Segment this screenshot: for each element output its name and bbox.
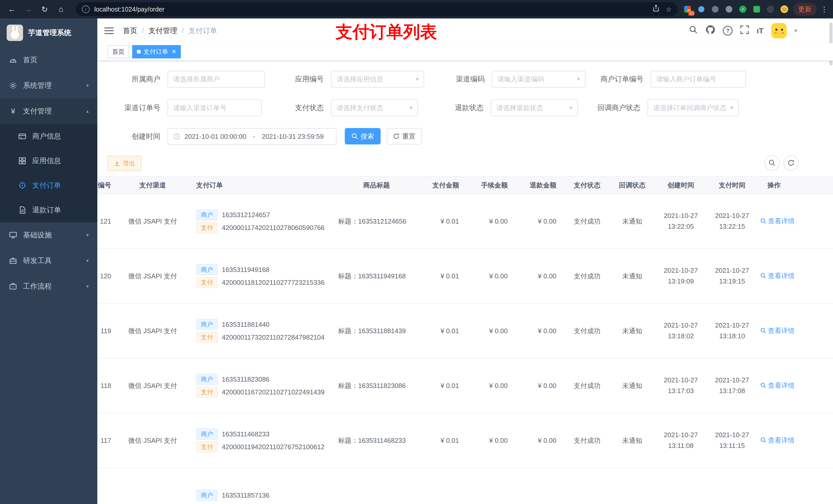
fullscreen-icon[interactable] [740,25,749,36]
cell-actions: 查看详情 [757,249,833,304]
merchant-order-no: 1635311468233 [222,430,269,438]
cell-fee: ¥ 0.00 [467,304,516,358]
merchant-input[interactable] [168,71,265,88]
page-title-annotation: 支付订单列表 [336,21,437,44]
cell-actions: 查看详情 [757,413,833,468]
cell-notify: 未通知 [610,304,655,358]
ext-check-icon[interactable]: ✓ [738,5,747,14]
breadcrumb-section[interactable]: 支付管理 [148,26,177,35]
cell-refund: ¥ 0.00 [516,358,565,413]
browser-update-button[interactable]: 更新 [793,3,817,16]
merchant-order-no-input[interactable] [651,71,746,88]
cell-pay-order: 商户 1635311823086 支付 42000011672021102710… [191,358,333,413]
view-detail-link[interactable]: 查看详情 [760,271,794,281]
chevron-down-icon: ▾ [86,232,89,238]
browser-home-button[interactable]: ⌂ [54,3,68,16]
table-body: 121 微信 JSAPI 支付 商户 1635312124657 支付 4200… [97,194,833,504]
cell-create-time: 2021-10-2713:19:09 [655,249,707,304]
font-size-icon[interactable]: ıT [757,26,764,35]
ext-chat-icon[interactable] [752,5,761,14]
cell-amount [420,468,467,504]
cell-notify: 未通知 [610,413,655,468]
cell-create-time: 2021-10-2713:11:08 [655,413,707,468]
channel-code-select[interactable]: 请输入渠道编码 ▾ [492,71,586,88]
orders-table: 编号 支付渠道 支付订单 商品标题 支付金额 手续金额 退款金额 支付状态 回调… [97,176,833,504]
browser-back-button[interactable]: ← [5,3,19,16]
chevron-up-icon: ▴ [86,108,89,114]
view-detail-link[interactable]: 查看详情 [760,217,794,225]
user-avatar[interactable] [771,23,787,39]
sidebar-item-system[interactable]: 系统管理 ▾ [0,73,97,98]
sidebar-item-home[interactable]: 首页 [0,47,97,73]
browser-menu-icon[interactable]: ⋮ [821,5,828,14]
breadcrumb-home[interactable]: 首页 [123,26,137,35]
callback-status-select[interactable]: 请选择订单回调商户状态 ▾ [647,99,739,116]
avatar-dropdown-icon[interactable]: ▾ [794,27,797,34]
cell-create-time [655,468,707,504]
sidebar-item-app-info[interactable]: 应用信息 [0,148,97,173]
view-detail-link[interactable]: 查看详情 [760,436,794,445]
ext-circle-icon-1[interactable] [711,5,720,14]
share-icon[interactable] [652,5,660,14]
reset-button[interactable]: 重置 [387,128,422,144]
cell-id: 119 [97,304,114,358]
merchant-order-no: 1635311949168 [222,266,269,274]
sidebar-toggle-icon[interactable] [104,27,114,34]
cell-channel: 微信 JSAPI 支付 [114,413,191,468]
ext-emoji-icon[interactable]: ☺ [780,5,789,14]
col-fee: 手续金额 [467,176,516,194]
help-icon[interactable]: ? [723,26,733,35]
view-detail-link[interactable]: 查看详情 [760,381,794,390]
extension-icons: 10 ✓ ☺ [683,5,789,14]
aim-icon [18,181,27,190]
ext-droplet-icon[interactable] [697,5,706,14]
github-icon[interactable] [706,25,715,37]
close-icon[interactable]: ✕ [172,48,176,55]
pay-tag: 支付 [196,222,218,233]
refresh-table-button[interactable] [783,155,799,171]
sidebar-item-pay-order[interactable]: 支付订单 [0,173,97,198]
merchant-order-no: 1635312124657 [222,211,270,219]
merchant-tag: 商户 [196,429,218,440]
refund-status-select[interactable]: 请选择退款状态 ▾ [491,99,578,116]
sidebar-item-infra[interactable]: 基础设施 ▾ [0,222,97,248]
export-button[interactable]: 导出 [108,156,141,171]
filter-label-create-time: 创建时间 [103,131,168,141]
sidebar-item-merchant-info[interactable]: 商户信息 [0,124,97,148]
site-info-icon[interactable]: i [82,5,90,13]
cell-amount: ¥ 0.01 [420,194,467,249]
pay-status-select[interactable]: 请选择支付状态 ▾ [331,99,418,116]
sidebar-item-refund-order[interactable]: 退款订单 [0,198,97,222]
ext-circle-icon-2[interactable] [724,5,734,14]
tab-pay-order[interactable]: 支付订单 ✕ [132,45,181,58]
browser-reload-button[interactable]: ↻ [38,3,51,16]
cell-pay-order: 商户 1635311857136 支付 [191,468,333,504]
bookmark-star-icon[interactable]: ☆ [666,6,672,13]
channel-order-no-input[interactable] [168,99,262,116]
cell-amount: ¥ 0.01 [420,413,467,468]
filter-label-merchant-order-no: 商户订单编号 [589,74,651,84]
tab-home[interactable]: 首页 [108,45,129,58]
sidebar-item-workflow[interactable]: 工作流程 ▾ [0,273,97,299]
application-window: ← → ↻ ⌂ i localhost:1024/pay/order ☆ 10 … [0,0,833,504]
ext-dark-icon[interactable] [766,5,775,14]
search-button[interactable]: 搜索 [345,128,381,144]
sidebar-item-devtools[interactable]: 研发工具 ▾ [0,248,97,273]
toggle-search-button[interactable] [764,155,780,171]
url-text[interactable]: localhost:1024/pay/order [94,6,652,13]
search-icon[interactable] [689,25,698,36]
sidebar-item-payment[interactable]: ¥ 支付管理 ▴ [0,98,97,124]
app-select[interactable]: 请选择应用信息 ▾ [331,71,424,88]
browser-forward-button[interactable]: → [22,3,35,16]
cell-id: 121 [97,194,114,249]
view-detail-link[interactable]: 查看详情 [760,326,794,335]
cell-fee: ¥ 0.00 [467,413,516,468]
cell-amount: ¥ 0.01 [420,358,467,413]
filter-label-refund-status: 退款状态 [430,103,491,113]
chevron-down-icon: ▾ [569,104,572,111]
extensions-grid-icon[interactable]: 10 [683,5,692,14]
chevron-down-icon: ▾ [86,284,89,289]
app-logo[interactable]: 芋道管理系统 [0,19,97,47]
address-bar[interactable]: i localhost:1024/pay/order ☆ [76,2,678,16]
date-range-picker[interactable]: 2021-10-01 00:00:00 - 2021-10-31 23:59:5… [168,128,337,145]
